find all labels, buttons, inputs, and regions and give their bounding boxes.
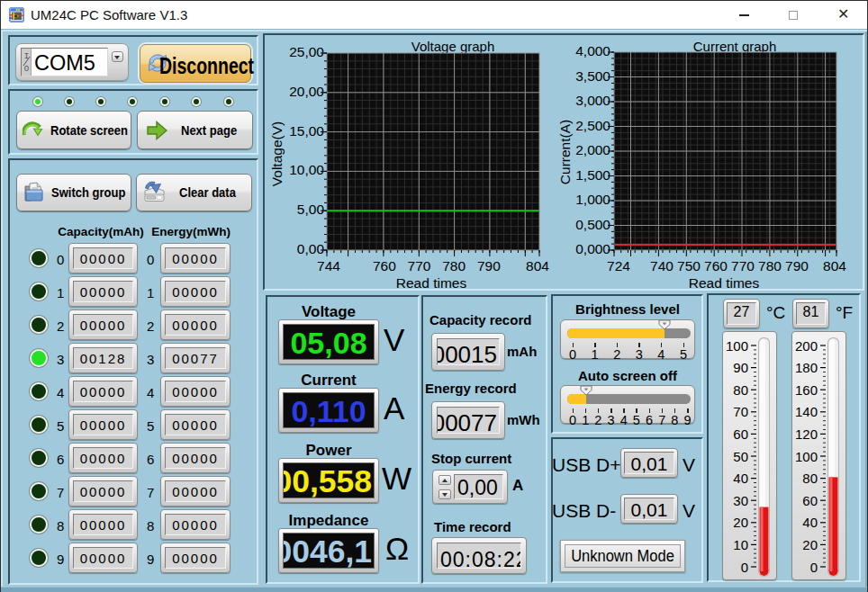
svg-text:O: O <box>24 65 29 74</box>
svg-text:I: I <box>24 52 29 61</box>
